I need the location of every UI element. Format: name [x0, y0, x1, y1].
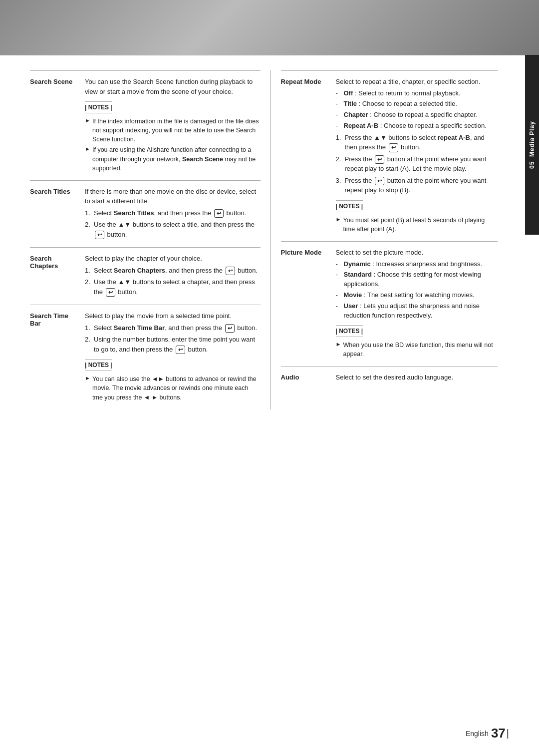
step-text: Select Search Chapters, and then press t…: [94, 266, 258, 276]
chapter-tab-text: 05 Media Play: [529, 121, 536, 169]
search-time-bar-intro: Select to play the movie from a selected…: [85, 311, 261, 321]
note-bullet: ►: [85, 117, 90, 125]
step-num: 1.: [85, 323, 94, 333]
dash-item: - Movie : The best setting for watching …: [336, 291, 498, 300]
button-icon: ↩: [226, 267, 235, 275]
step-text: Press the ▲▼ buttons to select repeat A-…: [345, 133, 498, 152]
numbered-item: 2. Press the ↩ button at the point where…: [336, 154, 498, 174]
note-text: If you are using the Allshare function a…: [92, 145, 261, 172]
numbered-item: 1. Select Search Chapters, and then pres…: [85, 266, 261, 276]
dash: -: [336, 121, 343, 131]
button-icon: ↩: [225, 324, 235, 333]
row-label-repeat-mode: Repeat Mode: [281, 77, 336, 235]
notes-header: | NOTES |: [85, 101, 112, 113]
button-icon: ↩: [176, 346, 185, 354]
step-text: Using the number buttons, enter the time…: [94, 335, 261, 354]
step-num: 2.: [85, 335, 94, 354]
content-columns: Search Scene You can use the Search Scen…: [30, 70, 512, 409]
row-label-search-chapters: SearchChapters: [30, 254, 85, 299]
picture-mode-intro: Select to set the picture mode.: [336, 248, 498, 258]
dash-text: Dynamic : Increases sharpness and bright…: [344, 260, 483, 269]
dash-item: - Off : Select to return to normal playb…: [336, 89, 498, 98]
table-row: Repeat Mode Select to repeat a title, ch…: [281, 70, 498, 241]
step-text: Select Search Time Bar, and then press t…: [94, 323, 257, 333]
dash: -: [336, 110, 343, 120]
dash-text: Movie : The best setting for watching mo…: [344, 291, 475, 300]
row-content-search-time-bar: Select to play the movie from a selected…: [85, 311, 261, 403]
note-item: ► You must set point (B) at least 5 seco…: [336, 216, 498, 234]
row-label-search-titles: Search Titles: [30, 187, 85, 242]
page-footer: English 37 |: [0, 726, 539, 741]
note-item: ► If you are using the Allshare function…: [85, 145, 261, 172]
button-icon: ↩: [375, 177, 384, 185]
row-content-search-titles: If there is more than one movie on the d…: [85, 187, 261, 242]
page-header: [0, 0, 539, 55]
note-text: You must set point (B) at least 5 second…: [343, 216, 498, 234]
button-icon: ↩: [389, 143, 398, 152]
dash-text: Chapter : Choose to repeat a specific ch…: [344, 110, 477, 120]
repeat-mode-intro: Select to repeat a title, chapter, or sp…: [336, 77, 498, 87]
main-content: Search Scene You can use the Search Scen…: [0, 55, 539, 424]
dash: -: [336, 291, 343, 300]
row-label-search-scene: Search Scene: [30, 77, 85, 174]
search-chapters-intro: Select to play the chapter of your choic…: [85, 254, 261, 264]
left-column: Search Scene You can use the Search Scen…: [30, 70, 271, 409]
dash-text: Title : Choose to repeat a selected titl…: [344, 99, 457, 109]
row-content-picture-mode: Select to set the picture mode. - Dynami…: [336, 248, 498, 360]
note-bullet: ►: [85, 145, 90, 153]
dash-item: - User : Lets you adjust the sharpness a…: [336, 302, 498, 321]
row-content-audio: Select to set the desired audio language…: [336, 373, 498, 384]
note-bullet: ►: [85, 375, 90, 382]
numbered-item: 1. Select Search Time Bar, and then pres…: [85, 323, 261, 333]
step-text: Press the ↩ button at the point where yo…: [345, 154, 498, 174]
button-icon: ↩: [375, 155, 384, 164]
note-text: You can also use the ◄► buttons to advan…: [92, 375, 261, 401]
note-bullet: ►: [336, 341, 341, 349]
note-item: ► You can also use the ◄► buttons to adv…: [85, 375, 261, 401]
row-label-audio: Audio: [281, 373, 336, 384]
numbered-item: 2. Use the ▲▼ buttons to select a title,…: [85, 220, 261, 239]
footer-language: English: [466, 730, 489, 738]
dash-text: User : Lets you adjust the sharpness and…: [344, 302, 498, 321]
dash-text: Off : Select to return to normal playbac…: [344, 89, 461, 98]
step-num: 2.: [85, 220, 94, 239]
dash-text: Repeat A-B : Choose to repeat a specific…: [344, 121, 487, 131]
notes-header: | NOTES |: [336, 200, 363, 212]
step-num: 3.: [336, 176, 345, 195]
dash: -: [336, 302, 343, 321]
button-icon: ↩: [214, 209, 224, 218]
row-content-search-chapters: Select to play the chapter of your choic…: [85, 254, 261, 299]
numbered-item: 2. Use the ▲▼ buttons to select a chapte…: [85, 277, 261, 297]
step-num: 2.: [336, 154, 345, 174]
button-icon: ↩: [106, 288, 115, 297]
dash-item: - Title : Choose to repeat a selected ti…: [336, 99, 498, 109]
numbered-item: 3. Press the ↩ button at the point where…: [336, 176, 498, 195]
notes-header: | NOTES |: [336, 325, 363, 337]
row-content-search-scene: You can use the Search Scene function du…: [85, 77, 261, 174]
numbered-item: 1. Press the ▲▼ buttons to select repeat…: [336, 133, 498, 152]
step-num: 1.: [336, 133, 345, 152]
right-column: Repeat Mode Select to repeat a title, ch…: [271, 70, 512, 409]
table-row: Audio Select to set the desired audio la…: [281, 366, 498, 390]
numbered-item: 2. Using the number buttons, enter the t…: [85, 335, 261, 354]
step-text: Press the ↩ button at the point where yo…: [345, 176, 498, 195]
dash: -: [336, 260, 343, 269]
footer-page-number: 37: [491, 726, 506, 741]
dash: -: [336, 99, 343, 109]
dash: -: [336, 89, 343, 98]
step-text: Use the ▲▼ buttons to select a chapter, …: [94, 277, 261, 297]
note-item: ► When you use the BD wise function, thi…: [336, 341, 498, 359]
note-item: ► If the index information in the file i…: [85, 117, 261, 144]
step-num: 2.: [85, 277, 94, 297]
table-row: Search Titles If there is more than one …: [30, 180, 261, 248]
dash-item: - Standard : Choose this setting for mos…: [336, 270, 498, 289]
note-text: When you use the BD wise function, this …: [343, 341, 498, 359]
row-content-repeat-mode: Select to repeat a title, chapter, or sp…: [336, 77, 498, 235]
step-text: Use the ▲▼ buttons to select a title, an…: [94, 220, 261, 239]
dash-item: - Chapter : Choose to repeat a specific …: [336, 110, 498, 120]
footer-bar: |: [507, 728, 509, 739]
numbered-item: 1. Select Search Titles, and then press …: [85, 208, 261, 218]
table-row: Search Scene You can use the Search Scen…: [30, 70, 261, 180]
button-icon: ↩: [95, 231, 104, 239]
dash-item: - Dynamic : Increases sharpness and brig…: [336, 260, 498, 269]
